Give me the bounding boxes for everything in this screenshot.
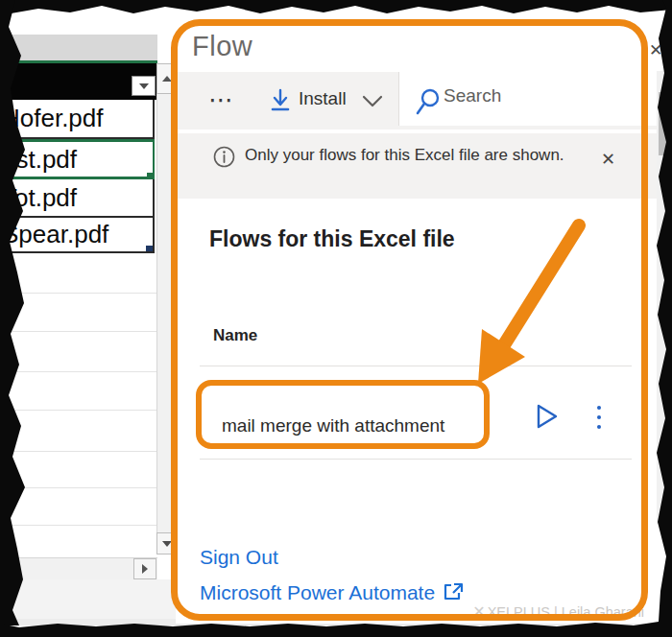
vertical-dots-icon xyxy=(597,425,601,429)
gridline xyxy=(0,410,156,411)
scrollbar-right-button[interactable] xyxy=(133,558,156,579)
selection-fill-handle[interactable] xyxy=(147,173,155,179)
chevron-down-icon[interactable] xyxy=(362,95,383,108)
cell-text: Hofer.pdf xyxy=(2,104,104,133)
scrollbar-up-button[interactable] xyxy=(156,63,177,94)
cell-text: Tot.pdf xyxy=(2,183,77,213)
flow-options-button[interactable] xyxy=(592,403,606,432)
divider xyxy=(200,366,632,366)
install-button[interactable]: Install xyxy=(299,88,347,109)
name-column-header: Name xyxy=(213,326,257,345)
cell-text: est.pdf xyxy=(2,145,77,175)
excel-cell[interactable]: Tot.pdf xyxy=(0,179,155,218)
screenshot-root: Hofer.pdf est.pdf Tot.pdf Spear.pdf xyxy=(0,0,672,637)
gridline xyxy=(0,293,156,294)
power-automate-link[interactable]: Microsoft Power Automate xyxy=(200,581,464,604)
info-icon xyxy=(213,146,235,168)
search-icon xyxy=(415,88,442,117)
pane-title: Flow xyxy=(192,31,252,62)
more-commands-button[interactable]: ⋯ xyxy=(208,85,235,115)
gridline xyxy=(0,487,156,488)
gridline xyxy=(0,331,156,332)
power-automate-label: Microsoft Power Automate xyxy=(200,581,435,603)
search-box[interactable] xyxy=(398,72,660,126)
watermark-text: XELPLUS | Leila Gharani xyxy=(488,604,644,620)
search-input[interactable] xyxy=(444,85,616,106)
run-flow-button[interactable] xyxy=(533,401,562,432)
info-dismiss-button[interactable]: ✕ xyxy=(601,149,615,170)
scroll-up-icon xyxy=(162,76,172,82)
gridline xyxy=(0,525,156,526)
cell-text: Spear.pdf xyxy=(2,220,108,249)
excel-column-header xyxy=(0,35,157,63)
excel-table-header-row xyxy=(0,63,157,100)
pane-close-button[interactable]: ✕ xyxy=(649,40,662,60)
sign-out-link[interactable]: Sign Out xyxy=(200,546,278,569)
info-message-text: Only your flows for this Excel file are … xyxy=(245,144,566,167)
pane-scrollbar-thumb[interactable] xyxy=(659,92,669,155)
pane-toolbar: ⋯ Install xyxy=(176,72,660,130)
scroll-down-icon xyxy=(162,541,172,547)
filter-arrow-icon xyxy=(139,83,149,89)
excel-cell[interactable]: Hofer.pdf xyxy=(0,100,155,139)
excel-cell-selected[interactable]: est.pdf xyxy=(0,139,155,179)
fill-handle[interactable] xyxy=(146,246,155,253)
section-heading: Flows for this Excel file xyxy=(209,226,455,252)
info-message-bar: Only your flows for this Excel file are … xyxy=(176,133,660,199)
gridline xyxy=(0,451,156,452)
worksheet-lower-margin xyxy=(0,579,177,622)
external-link-icon xyxy=(443,582,464,602)
play-icon xyxy=(536,403,559,430)
watermark: ✕ XELPLUS | Leila Gharani xyxy=(472,602,644,621)
excel-cell[interactable]: Spear.pdf xyxy=(0,218,155,253)
scrollbar-down-button[interactable] xyxy=(156,532,177,554)
gridline xyxy=(0,371,156,372)
scroll-right-icon xyxy=(142,564,148,574)
xelplus-logo-icon: ✕ xyxy=(472,602,485,621)
download-icon xyxy=(269,88,292,113)
divider xyxy=(200,459,632,460)
vertical-dots-icon xyxy=(597,406,601,410)
flow-list-item[interactable]: mail merge with attachment xyxy=(222,403,444,449)
filter-dropdown-button[interactable] xyxy=(132,76,156,96)
vertical-dots-icon xyxy=(597,415,601,419)
flow-task-pane: Flow ⋯ Install xyxy=(176,23,660,624)
worksheet-vertical-scrollbar[interactable] xyxy=(156,63,177,554)
